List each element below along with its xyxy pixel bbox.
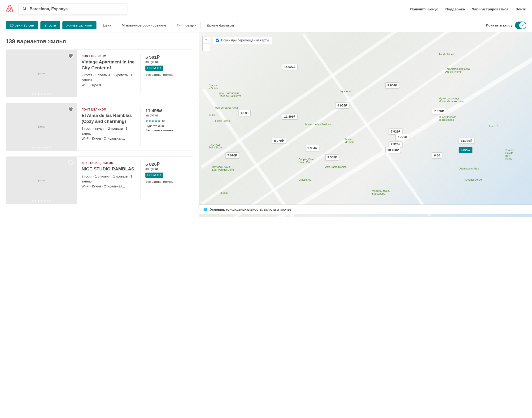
map-poi-label: Музей шоколадаMuseu de la Xocolata (439, 97, 464, 103)
price-marker[interactable]: 7 923₽ (389, 128, 403, 134)
listing-card[interactable]: photo КВАРТИРА ЦЕЛИКОМ NICE STUDIO RAMBL… (6, 156, 193, 204)
price-marker[interactable]: 9 548₽ (325, 154, 339, 160)
filter-dates[interactable]: 26 сен - 28 сен (6, 21, 38, 29)
listing-title: Vintage Apartment in the City Center of.… (82, 59, 136, 71)
map-poi-label: Океанариум Бар (459, 167, 479, 170)
listing-type: ЛОФТ ЦЕЛИКОМ (82, 54, 136, 58)
map-poi-label: Триумфальная аркаArc de Triomf (445, 68, 470, 73)
map-poi-label: Urquinaona (339, 90, 352, 93)
heart-icon[interactable] (67, 106, 74, 114)
map-poi-label: Arc de Triomf (439, 53, 454, 56)
listing-price: 6 826₽ (145, 162, 188, 167)
price-marker[interactable]: 9 954₽ (305, 145, 319, 151)
search-icon (22, 6, 27, 12)
listing-tags: Бесплатная отмена (145, 180, 188, 184)
map-footer[interactable]: 🌐 Условия, конфиденциальность, валюта и … (199, 205, 532, 214)
nav-help[interactable]: Поддержка (445, 7, 465, 11)
listing-image[interactable]: photo (6, 50, 77, 97)
new-badge: НОВИНКА (145, 66, 163, 71)
price-marker[interactable]: 14 627₽ (282, 64, 298, 70)
map-background (199, 33, 532, 217)
zoom-out-button[interactable]: − (203, 44, 210, 51)
svg-point-0 (23, 7, 25, 10)
listing-tags: Бесплатная отмена (145, 73, 188, 77)
map-poi-label: Museu Picassode Barcelona (439, 116, 456, 121)
listing-amenities: Wi-Fi · Кухня (82, 83, 136, 88)
filter-more[interactable]: Другие фильтры (203, 21, 238, 29)
filter-trip-type[interactable]: Тип поездки (173, 21, 200, 29)
map-poi-label: Museo de las Illusions (305, 123, 331, 126)
map-poi-label: RRFÒTIC (459, 139, 470, 142)
price-marker[interactable]: 7 720₽ (395, 134, 409, 140)
listing-details: 2 гостя · 1 спальня · 1 кровать · 1 ванн… (82, 73, 136, 83)
listing-amenities: Wi-Fi · Кухня · Стиральная... (82, 136, 136, 141)
results-heading: 139 вариантов жилья (6, 38, 193, 45)
search-input[interactable] (30, 7, 123, 11)
map-poi-label: Mirador de Col (465, 178, 482, 181)
map-poi-label: щадь КаталонииPlaça de Catalunya (219, 92, 241, 97)
price-marker[interactable]: 10 88 (239, 110, 251, 116)
listing-title: El Alma de las Ramblas (Cozy and charmin… (82, 113, 136, 124)
map-poi-label: Jaume 1 (489, 125, 499, 128)
map-poi-label: Р. ГОРОДTAT VELLA (209, 143, 222, 149)
footer-text: Условия, конфиденциальность, валюта и пр… (210, 208, 291, 211)
per-night-label: за сутки (145, 167, 188, 171)
map-poi-label: Морской музейБарселоны (372, 189, 390, 195)
per-night-label: за сутки (145, 60, 188, 64)
airbnb-logo[interactable] (6, 4, 14, 14)
map-poi-label: Грасиаe Gràcia (209, 84, 219, 90)
search-on-move-label: Поиск при перемещении карты (221, 38, 269, 42)
listing-details: 3 гостя · студия · 2 кровати · 1 ванная (82, 126, 136, 136)
search-on-move-checkbox[interactable] (216, 39, 219, 42)
map-poi-label: de Car (209, 114, 216, 116)
map-poi-label: r dels Tallers (215, 119, 230, 122)
map-poi-label: Arts Santa Mònica (325, 165, 347, 168)
price-marker[interactable]: 7 070₽ (432, 108, 446, 114)
globe-icon: 🌐 (203, 208, 207, 211)
listing-type: ЛОФТ ЦЕЛИКОМ (82, 108, 136, 111)
map-poi-label: Пау дель КампSant Pau del Camp (212, 165, 234, 171)
map-zoom-controls: + − (202, 36, 210, 51)
listing-title: NICE STUDIO RAMBLAS (82, 166, 136, 172)
new-badge: НОВИНКА (145, 173, 163, 178)
listing-image[interactable]: photo (6, 157, 77, 204)
search-bar[interactable] (18, 3, 127, 15)
price-marker[interactable]: 6 826₽ (459, 147, 473, 153)
price-marker[interactable]: 6 50 (432, 152, 442, 158)
map[interactable]: + − Поиск при перемещении карты 14 627₽9… (199, 33, 532, 217)
filter-instant-book[interactable]: Мгновенное бронирование (118, 21, 170, 29)
search-on-move[interactable]: Поиск при перемещении карты (213, 36, 272, 44)
listing-image[interactable]: photo (6, 103, 77, 151)
filter-price[interactable]: Цена (99, 21, 115, 29)
price-marker[interactable]: 10 158₽ (385, 147, 401, 153)
listing-amenities: Wi-Fi · Кухня · Стиральная... (82, 184, 136, 189)
listing-card[interactable]: photo ЛОФТ ЦЕЛИКОМ Vintage Apartment in … (6, 49, 193, 97)
listing-card[interactable]: photo ЛОФТ ЦЕЛИКОМ El Alma de las Rambla… (6, 103, 193, 151)
listing-details: 2 гостя · 1 спальня · 1 кровать · 1 ванн… (82, 174, 136, 184)
listing-rating: ★★★★★ 18 (145, 119, 188, 123)
nav-login[interactable]: Войти (515, 7, 526, 11)
heart-icon[interactable] (67, 53, 74, 60)
filter-home-type[interactable]: Жилье целиком (62, 21, 97, 29)
heart-icon[interactable] (67, 160, 74, 167)
map-poi-label: Дворец ГуэлPalau Güell (299, 158, 313, 163)
svg-line-1 (25, 9, 26, 10)
listing-price: 6 501₽ (145, 54, 188, 60)
price-marker[interactable]: 9 954₽ (335, 103, 349, 108)
map-poi-label: ésia de Santa Anna (215, 106, 238, 109)
price-marker[interactable]: 9 954₽ (385, 82, 399, 88)
check-icon: ✓ (521, 24, 524, 27)
price-marker[interactable]: 8 979₽ (272, 138, 286, 144)
listing-type: КВАРТИРА ЦЕЛИКОМ (82, 162, 136, 165)
listing-tags: СуперхозяинБесплатная отмена (145, 124, 188, 133)
price-marker[interactable]: 7 923₽ (389, 141, 403, 147)
map-poi-label: Museude Barc (345, 138, 354, 143)
zoom-in-button[interactable]: + (203, 36, 210, 44)
price-marker[interactable]: 7 070₽ (225, 152, 239, 158)
listing-price: 11 498₽ (145, 108, 188, 113)
map-poi-label: УниверПомпеde FPomp (505, 149, 514, 160)
price-marker[interactable]: 11 498₽ (282, 114, 298, 119)
map-poi-label: Drassanes (299, 178, 311, 181)
map-toggle-switch[interactable]: ✓ (515, 22, 526, 29)
filter-guests[interactable]: 2 гостя (40, 21, 60, 29)
